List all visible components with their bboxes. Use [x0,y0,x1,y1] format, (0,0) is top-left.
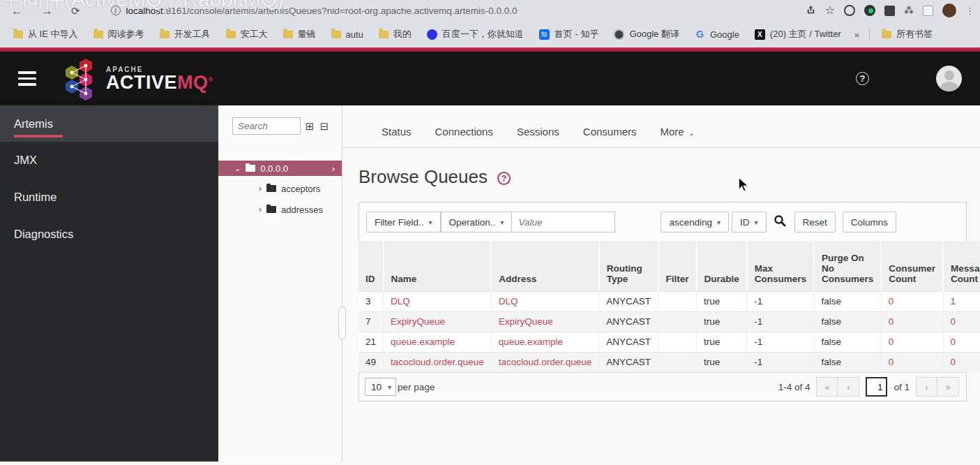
filter-value-input[interactable] [512,212,615,232]
collapse-all-icon[interactable]: ⊟ [319,121,330,132]
cell-link[interactable]: 0 [881,352,943,372]
column-header-filter[interactable]: Filter [658,241,697,291]
tree-node-acceptors[interactable]: ›acceptors [218,180,342,197]
extension-dark-icon[interactable]: ⁂ [904,6,914,15]
cell-link[interactable]: 1 [943,291,980,311]
table-cell: true [697,311,747,332]
column-header-durable[interactable]: Durable [697,241,747,291]
cell-link[interactable]: queue.example [491,332,599,352]
cell-link[interactable]: 0 [943,332,980,352]
sidebar-item-jmx[interactable]: JMX [0,142,218,179]
column-header-name[interactable]: Name [384,241,492,291]
browser-menu-icon[interactable]: ⋮ [965,6,974,16]
bookmark-item[interactable]: 安工大 [220,25,274,43]
page-help-icon[interactable]: ? [497,172,511,185]
cell-link[interactable]: 0 [943,311,980,332]
bookmark-item[interactable]: GGoogle [688,27,746,43]
table-row: 3DLQDLQANYCASTtrue-1false01 [359,291,980,311]
first-page-button[interactable]: « [816,377,838,397]
hamburger-menu-icon[interactable] [18,71,36,86]
tab-more[interactable]: More⌄ [649,126,707,147]
bookmark-item[interactable]: 知首页 - 知乎 [533,25,605,43]
last-page-button[interactable]: » [937,377,959,397]
columns-button[interactable]: Columns [843,212,896,232]
page-number-input[interactable] [866,377,887,397]
table-cell: 7 [359,311,384,332]
cell-link[interactable]: ExpiryQueue [384,311,492,332]
expand-all-icon[interactable]: ⊞ [304,121,315,132]
address-bar[interactable]: localhost:8161/console/artemis/artemisQu… [126,6,518,16]
bookmark-item[interactable]: Google 翻译 [608,25,686,43]
extension-sync-icon[interactable] [844,5,855,16]
sort-key-dropdown[interactable]: ID▾ [732,212,767,232]
bookmark-item[interactable]: 阅读参考 [87,25,151,43]
cell-link[interactable]: 0 [881,311,943,332]
sidebar-item-artemis[interactable]: Artemis [0,105,218,142]
tree-scrollbar[interactable] [338,307,346,340]
chevron-right-icon[interactable]: › [332,163,335,174]
bookmark-item[interactable]: 开发工具 [153,25,217,43]
cell-link[interactable]: 0 [881,291,943,311]
extension-grid-icon[interactable] [884,6,895,16]
sort-order-dropdown[interactable]: ascending▾ [661,212,729,232]
cell-link[interactable]: 0 [881,332,943,352]
bookmark-item[interactable]: 量镜 [277,25,322,43]
share-icon[interactable] [806,5,816,17]
column-header-purge-on-no-consumers[interactable]: Purge On No Consumers [814,241,881,291]
column-header-routing-type[interactable]: Routing Type [599,241,658,291]
bookmarks-overflow-icon[interactable]: » [850,29,864,40]
help-icon[interactable]: ? [856,72,869,85]
sidebar-item-runtime[interactable]: Runtime [0,179,218,216]
cell-link[interactable]: tacocloud.order.queue [384,352,492,372]
tab-sessions[interactable]: Sessions [505,126,571,147]
tab-consumers[interactable]: Consumers [571,126,649,147]
cell-link[interactable]: tacocloud.order.queue [491,352,599,372]
all-bookmarks-item[interactable]: 所有书签 [875,25,939,43]
tree-search-input[interactable] [232,117,301,135]
tree-node-addresses[interactable]: ›addresses [218,201,342,218]
chevron-down-icon: ⌄ [234,164,241,173]
chevron-down-icon: ⌄ [688,128,695,137]
column-header-max-consumers[interactable]: Max Consumers [747,241,814,291]
forward-icon[interactable]: → [41,5,53,17]
cell-link[interactable]: ExpiryQueue [491,311,599,332]
bookmark-item[interactable]: 我的 [372,25,418,43]
activemq-hexagons-icon [63,57,99,101]
activemq-logo[interactable]: APACHE ACTIVEMQ® [63,57,213,101]
tree-node-broker[interactable]: ⌄ 0.0.0.0 › [218,161,342,176]
bookmark-star-icon[interactable]: ☆ [825,5,835,16]
table-cell [658,332,697,352]
cell-link[interactable]: DLQ [384,291,492,311]
prev-page-button[interactable]: ‹ [838,377,859,397]
filter-field-dropdown[interactable]: Filter Field..▾ [366,212,441,232]
filter-operation-dropdown[interactable]: Operation..▾ [441,212,513,232]
extension-adblock-icon[interactable] [864,5,875,16]
search-icon[interactable] [774,214,786,230]
user-avatar[interactable] [936,66,962,91]
column-header-id[interactable]: ID [359,241,384,291]
bookmark-item[interactable]: 百度一下，你就知道 [421,25,530,43]
tab-status[interactable]: Status [370,126,423,147]
reload-icon[interactable]: ⟳ [71,6,80,16]
column-header-consumer-count[interactable]: Consumer Count [881,241,943,291]
bookmark-item[interactable]: autu [325,27,370,43]
browser-profile-avatar[interactable] [942,3,956,17]
bookmark-folder-icon [379,31,389,38]
tab-connections[interactable]: Connections [423,126,505,147]
back-icon[interactable]: ← [11,5,23,17]
column-header-address[interactable]: Address [491,241,599,291]
of-pages-label: of 1 [894,382,910,392]
reset-button[interactable]: Reset [794,212,836,232]
page-size-select[interactable]: 10▾ [365,378,396,396]
bookmark-folder-icon [160,31,169,38]
cell-link[interactable]: 0 [943,352,980,372]
cell-link[interactable]: queue.example [384,332,492,352]
extension-notes-icon[interactable] [923,6,933,16]
column-header-message-count[interactable]: Message Count [943,241,980,291]
bookmark-item[interactable]: X(20) 主页 / Twitter [748,25,847,43]
bookmark-item[interactable]: 从 IE 中导入 [7,25,84,43]
site-info-icon[interactable]: i [111,6,121,15]
cell-link[interactable]: DLQ [491,291,599,311]
sidebar-item-diagnostics[interactable]: Diagnostics [0,216,218,253]
next-page-button[interactable]: › [916,377,937,397]
